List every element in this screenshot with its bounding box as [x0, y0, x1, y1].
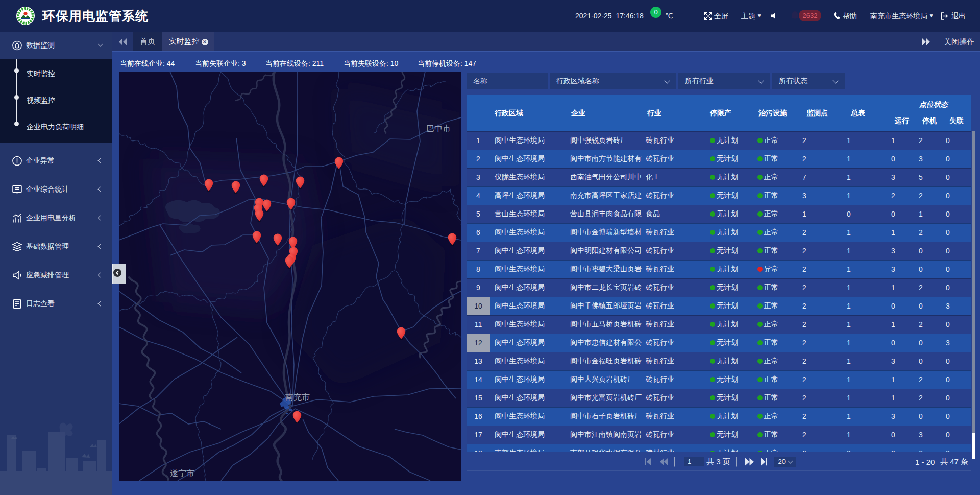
svg-text:遂宁市: 遂宁市: [170, 469, 194, 478]
svg-text:巴中市: 巴中市: [426, 124, 451, 133]
svg-text:南充市: 南充市: [285, 393, 310, 402]
